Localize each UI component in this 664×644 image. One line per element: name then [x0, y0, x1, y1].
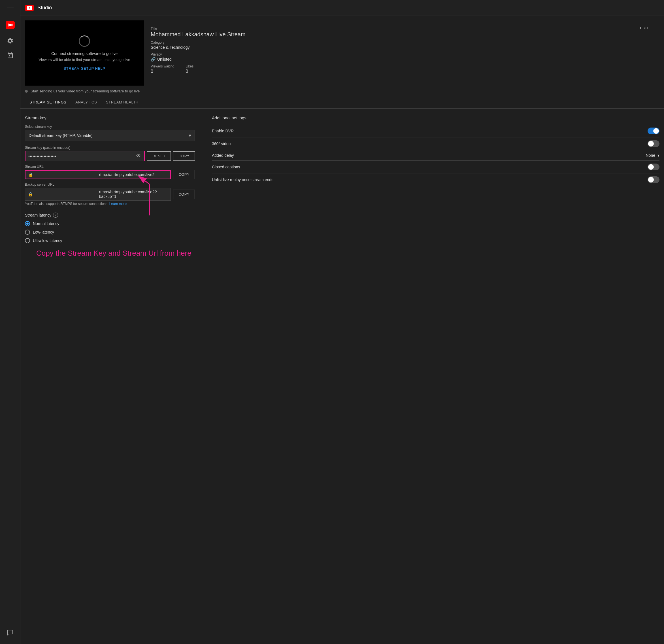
latency-low[interactable]: Low-latency	[25, 229, 195, 235]
right-settings: Additional settings Enable DVR 360° vide…	[195, 115, 660, 258]
stream-title: Mohammed Lakkadshaw Live Stream	[151, 31, 653, 38]
status-dot	[25, 90, 28, 93]
latency-normal-label: Normal latency	[33, 221, 59, 226]
viewers-value: 0	[151, 69, 174, 74]
added-delay-row: Added delay None ▾	[212, 150, 660, 161]
stream-key-select[interactable]: Default stream key (RTMP, Variable) ▾	[25, 130, 195, 141]
category-value: Science & Technology	[151, 45, 653, 49]
video-360-row: 360° video	[212, 138, 660, 150]
topbar: Studio	[20, 0, 664, 16]
svg-rect-1	[7, 9, 14, 9]
privacy-label: Privacy	[151, 53, 653, 56]
annotation-text: Copy the Stream Key and Stream Url from …	[25, 249, 195, 258]
chevron-down-icon: ▾	[189, 133, 191, 139]
stream-key-input[interactable]	[28, 154, 134, 158]
latency-title: Stream latency ?	[25, 213, 195, 218]
latency-normal[interactable]: Normal latency	[25, 221, 195, 226]
help-icon[interactable]: ?	[53, 213, 58, 218]
radio-ultra-outer	[25, 238, 30, 243]
annotation-arrow	[132, 173, 167, 218]
lock-icon-url: 🔒	[28, 172, 97, 177]
left-settings: Stream key Select stream key Default str…	[25, 115, 195, 258]
likes-block: Likes 0	[186, 64, 193, 74]
closed-captions-toggle[interactable]	[648, 164, 660, 170]
enable-dvr-label: Enable DVR	[212, 129, 234, 133]
viewers-block: Viewers waiting 0	[151, 64, 174, 74]
toggle-thumb-360	[648, 141, 654, 146]
content-area: Connect streaming software to go live Vi…	[20, 16, 664, 644]
stream-url-label: Stream URL	[25, 165, 195, 169]
chevron-down-delay-icon: ▾	[658, 153, 660, 158]
stream-key-section-title: Stream key	[25, 115, 195, 120]
category-label: Category	[151, 41, 653, 44]
likes-label: Likes	[186, 64, 193, 68]
latency-section: Stream latency ? Normal latency Low-late…	[25, 213, 195, 243]
stream-info: EDIT Title Mohammed Lakkadshaw Live Stre…	[144, 20, 660, 86]
sidebar	[0, 0, 20, 644]
viewers-likes: Viewers waiting 0 Likes 0	[151, 64, 653, 74]
unlist-replay-label: Unlist live replay once stream ends	[212, 178, 273, 182]
video-360-toggle[interactable]	[648, 140, 660, 147]
reset-button[interactable]: RESET	[147, 152, 171, 161]
backup-url-label: Backup server URL	[25, 183, 195, 186]
unlist-replay-row: Unlist live replay once stream ends	[212, 174, 660, 186]
viewers-label: Viewers waiting	[151, 64, 174, 68]
sidebar-item-camera[interactable]	[3, 34, 17, 47]
status-bar: Start sending us your video from your st…	[20, 86, 664, 97]
stream-key-input-row: 👁	[25, 151, 145, 161]
key-input-label: Stream key (paste in encoder)	[25, 146, 195, 150]
title-label: Title	[151, 27, 653, 31]
copy-backup-button[interactable]: COPY	[173, 189, 195, 199]
settings-content: Stream key Select stream key Default str…	[20, 108, 664, 264]
svg-point-3	[9, 24, 11, 26]
radio-low-outer	[25, 229, 30, 235]
toggle-thumb-unlist	[648, 177, 654, 183]
added-delay-value: None	[646, 153, 655, 158]
app-title: Studio	[37, 5, 52, 11]
latency-ultra-label: Ultra low-latency	[33, 238, 62, 243]
sidebar-item-calendar[interactable]	[3, 49, 17, 62]
toggle-thumb-cc	[648, 164, 654, 170]
preview-text2: Viewers will be able to find your stream…	[33, 58, 136, 62]
svg-rect-0	[7, 7, 14, 7]
toggle-thumb-dvr	[653, 128, 659, 134]
added-delay-label: Added delay	[212, 153, 234, 158]
main-wrapper: Studio Connect streaming software to go …	[20, 0, 664, 644]
stream-setup-link[interactable]: STREAM SETUP HELP	[64, 66, 105, 71]
video-360-label: 360° video	[212, 141, 231, 146]
enable-dvr-toggle[interactable]	[648, 127, 660, 134]
svg-rect-2	[7, 11, 14, 11]
youtube-logo	[25, 5, 34, 11]
tab-stream-settings[interactable]: STREAM SETTINGS	[25, 97, 71, 108]
hamburger-menu[interactable]	[3, 2, 17, 16]
lock-icon-backup: 🔒	[28, 192, 97, 197]
edit-button[interactable]: EDIT	[634, 24, 655, 32]
preview-box: Connect streaming software to go live Vi…	[25, 20, 144, 86]
latency-ultra[interactable]: Ultra low-latency	[25, 238, 195, 243]
copy-key-button[interactable]: COPY	[173, 152, 195, 161]
stream-key-select-value: Default stream key (RTMP, Variable)	[28, 133, 92, 138]
privacy-row: 🔗 Unlisted	[151, 57, 653, 61]
unlist-replay-toggle[interactable]	[648, 176, 660, 183]
loading-spinner	[79, 36, 90, 47]
tab-analytics[interactable]: ANALYTICS	[71, 97, 101, 108]
select-stream-key-label: Select stream key	[25, 125, 195, 129]
added-delay-select[interactable]: None ▾	[646, 153, 660, 158]
additional-settings-title: Additional settings	[212, 115, 660, 120]
radio-normal-outer	[25, 221, 30, 226]
copy-url-button[interactable]: COPY	[173, 170, 195, 179]
annotation-area: Stream latency ? Normal latency Low-late…	[25, 213, 195, 258]
tabs-bar: STREAM SETTINGS ANALYTICS STREAM HEALTH	[20, 97, 664, 108]
radio-normal-inner	[26, 222, 28, 225]
privacy-value: Unlisted	[157, 57, 172, 61]
learn-more-link[interactable]: Learn more	[109, 202, 127, 206]
latency-low-label: Low-latency	[33, 230, 54, 235]
sidebar-item-feedback[interactable]	[3, 626, 17, 640]
sidebar-item-live[interactable]	[3, 18, 17, 32]
status-text: Start sending us your video from your st…	[30, 89, 140, 93]
likes-value: 0	[186, 69, 193, 74]
visibility-off-icon[interactable]: 👁	[136, 153, 141, 159]
preview-text1: Connect streaming software to go live	[51, 51, 118, 56]
tab-stream-health[interactable]: STREAM HEALTH	[101, 97, 143, 108]
sidebar-bottom	[3, 626, 17, 641]
